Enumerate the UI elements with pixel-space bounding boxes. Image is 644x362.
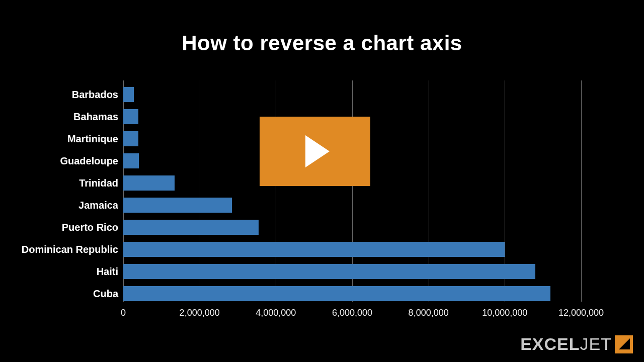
y-axis-label: Dominican Republic <box>18 238 118 260</box>
play-button[interactable] <box>260 117 370 186</box>
y-axis-label: Bahamas <box>18 106 118 128</box>
brand-text: EXCELJET <box>520 334 612 354</box>
page-title: How to reverse a chart axis <box>0 0 644 55</box>
bar-row: Jamaica <box>123 194 581 216</box>
y-axis-label: Guadeloupe <box>18 150 118 172</box>
x-axis-tick: 8,000,000 <box>409 308 449 318</box>
bar <box>123 264 535 279</box>
y-axis-label: Puerto Rico <box>18 216 118 238</box>
brand-strong: EXCEL <box>520 334 580 353</box>
bar <box>123 286 550 301</box>
x-axis-tick: 4,000,000 <box>256 308 296 318</box>
x-axis-tick: 12,000,000 <box>558 308 604 318</box>
bar-row: Haiti <box>123 260 581 283</box>
x-axis-tick: 0 <box>121 308 126 318</box>
plot-area: BarbadosBahamasMartiniqueGuadeloupeTrini… <box>123 80 581 302</box>
y-axis-label: Martinique <box>18 128 118 150</box>
bar <box>123 175 175 191</box>
bar <box>123 198 232 213</box>
bar-row: Dominican Republic <box>123 238 581 260</box>
bar <box>123 87 134 102</box>
bar <box>123 220 259 235</box>
bar-row: Cuba <box>123 283 581 305</box>
brand-logo: EXCELJET <box>520 334 633 354</box>
play-icon <box>305 135 330 167</box>
bar <box>123 131 138 146</box>
y-axis-label: Cuba <box>18 283 118 305</box>
y-axis-label: Barbados <box>18 83 118 106</box>
x-axis-tick: 10,000,000 <box>482 308 527 318</box>
brand-light: JET <box>580 334 612 353</box>
bar <box>123 242 505 257</box>
x-axis-tick: 2,000,000 <box>180 308 220 318</box>
y-axis-label: Jamaica <box>18 194 118 216</box>
y-axis-label: Haiti <box>18 260 118 283</box>
x-axis: 02,000,0004,000,0006,000,0008,000,00010,… <box>123 305 581 320</box>
bar-row: Barbados <box>123 83 581 106</box>
bar <box>123 109 138 124</box>
y-axis-label: Trinidad <box>18 172 118 194</box>
bar <box>123 153 139 168</box>
x-axis-tick: 6,000,000 <box>332 308 372 318</box>
bar-row: Puerto Rico <box>123 216 581 238</box>
gridline <box>581 80 582 302</box>
brand-arrow-icon <box>615 335 633 353</box>
